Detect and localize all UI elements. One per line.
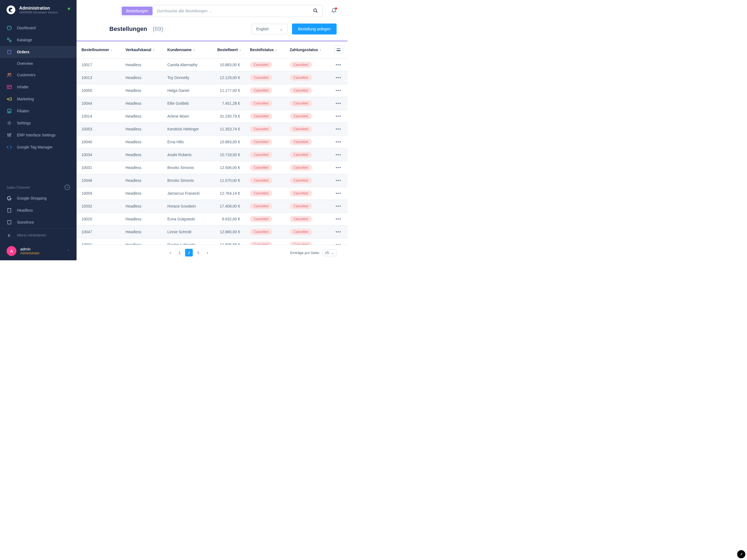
- status-badge: Cancelled: [250, 164, 272, 171]
- nav-item-overview[interactable]: Overview: [0, 58, 77, 69]
- cell-status: Cancelled: [245, 97, 285, 110]
- row-actions-button[interactable]: •••: [330, 58, 347, 71]
- sort-icon[interactable]: •••: [239, 48, 240, 52]
- table-row[interactable]: 10055HeadlessHelga Daniel11.177,00 €Canc…: [77, 84, 347, 97]
- table-row[interactable]: 10034HeadlessAnahi Roberts10.718,00 €Can…: [77, 149, 347, 161]
- cell: 10055: [77, 84, 121, 97]
- per-page-select[interactable]: 25 ⌄: [323, 249, 337, 256]
- cell-status: Cancelled: [285, 136, 330, 149]
- nav-item-filialen[interactable]: Filialen: [0, 105, 77, 117]
- row-actions-button[interactable]: •••: [330, 149, 347, 161]
- cell: Headless: [121, 110, 162, 123]
- gauge-icon: [6, 25, 12, 31]
- search-icon[interactable]: [309, 8, 323, 14]
- global-search[interactable]: Bestellungen: [120, 5, 323, 17]
- table-row[interactable]: 10046HeadlessBrooks Simonis11.070,00 €Ca…: [77, 174, 347, 187]
- nav-item-erp-interface-settings[interactable]: ERP Interface Settings: [0, 129, 77, 141]
- row-actions-button[interactable]: •••: [330, 187, 347, 200]
- sales-channel-storefront[interactable]: Storefront: [0, 216, 77, 228]
- add-sales-channel-button[interactable]: +: [65, 184, 70, 190]
- row-actions-button[interactable]: •••: [330, 226, 347, 238]
- table-row[interactable]: 10020HeadlessEuna Gulgowski6.632,00 €Can…: [77, 213, 347, 226]
- table-row[interactable]: 10059HeadlessJamarcus Franecki12.764,14 …: [77, 187, 347, 200]
- nav-item-kataloge[interactable]: Kataloge: [0, 34, 77, 46]
- cell-status: Cancelled: [285, 58, 330, 71]
- table-row[interactable]: 10044HeadlessEllie Gottlieb7.451,28 €Can…: [77, 97, 347, 110]
- page-2[interactable]: 2: [185, 249, 193, 256]
- app-title: Administration: [19, 6, 58, 11]
- nav-item-customers[interactable]: Customers: [0, 69, 77, 81]
- cell: 12.129,00 €: [209, 71, 245, 84]
- col-header-5[interactable]: Zahlungsstatus•••: [285, 41, 330, 58]
- table-row[interactable]: 10017HeadlessCamila Abernathy10.883,00 €…: [77, 58, 347, 71]
- svg-point-4: [10, 73, 11, 74]
- page-3[interactable]: 3: [195, 249, 202, 256]
- table-row[interactable]: 10047HeadlessLinnie Schmitt12.880,00 €Ca…: [77, 226, 347, 238]
- nav-item-inhalte[interactable]: Inhalte: [0, 81, 77, 93]
- svg-point-3: [8, 73, 9, 75]
- status-badge: Cancelled: [250, 190, 272, 196]
- nav-item-marketing[interactable]: Marketing: [0, 93, 77, 105]
- row-actions-button[interactable]: •••: [330, 97, 347, 110]
- table-row[interactable]: 10001HeadlessPayton Lubowitz11.895,88 €C…: [77, 238, 347, 245]
- status-badge: Cancelled: [250, 126, 272, 132]
- svg-rect-1: [7, 38, 9, 40]
- svg-line-16: [316, 11, 317, 12]
- page-next-button[interactable]: ›: [204, 249, 211, 256]
- row-actions-button[interactable]: •••: [330, 174, 347, 187]
- table-row[interactable]: 10053HeadlessKendrick Hettinger11.353,74…: [77, 123, 347, 136]
- search-input[interactable]: [154, 9, 309, 13]
- row-actions-button[interactable]: •••: [330, 200, 347, 213]
- page-1[interactable]: 1: [176, 249, 183, 256]
- col-header-4[interactable]: Bestellstatus•••: [245, 41, 285, 58]
- col-header-0[interactable]: Bestellnummer•••: [77, 41, 121, 58]
- nav-item-google-tag-manager[interactable]: Google Tag Manager: [0, 141, 77, 153]
- headless-icon: [6, 207, 12, 213]
- table-row[interactable]: 10040HeadlessErna Hills10.883,00 €Cancel…: [77, 136, 347, 149]
- sort-icon[interactable]: •••: [111, 48, 111, 52]
- sort-icon[interactable]: •••: [193, 48, 194, 52]
- col-header-3[interactable]: Bestellwert•••: [209, 41, 245, 58]
- status-badge: Cancelled: [290, 87, 312, 94]
- table-row[interactable]: 10013HeadlessToy Donnelly12.129,00 €Canc…: [77, 71, 347, 84]
- column-settings-button[interactable]: [334, 46, 343, 54]
- table-row[interactable]: 10032HeadlessHorace Goodwin17.408,00 €Ca…: [77, 200, 347, 213]
- cell-status: Cancelled: [245, 123, 285, 136]
- orders-table-wrap[interactable]: Bestellnummer•••Verkaufskanal•••Kundenna…: [77, 41, 347, 245]
- create-order-button[interactable]: Bestellung anlegen: [292, 24, 337, 34]
- nav-item-settings[interactable]: Settings: [0, 117, 77, 129]
- row-actions-button[interactable]: •••: [330, 84, 347, 97]
- col-header-1[interactable]: Verkaufskanal•••: [121, 41, 162, 58]
- row-actions-button[interactable]: •••: [330, 238, 347, 245]
- user-menu[interactable]: A admin Administrator ⌃: [0, 242, 77, 260]
- svg-point-15: [314, 9, 317, 12]
- row-actions-button[interactable]: •••: [330, 110, 347, 123]
- row-actions-button[interactable]: •••: [330, 71, 347, 84]
- sales-channel-headless[interactable]: Headless: [0, 204, 77, 216]
- row-actions-button[interactable]: •••: [330, 123, 347, 136]
- cell: Headless: [121, 71, 162, 84]
- status-badge: Cancelled: [290, 242, 312, 245]
- cell: 10046: [77, 174, 121, 187]
- sales-channel-google-shopping[interactable]: Google Shopping: [0, 192, 77, 204]
- notifications-button[interactable]: [331, 8, 337, 14]
- table-row[interactable]: 10031HeadlessBrooks Simonis12.506,00 €Ca…: [77, 161, 347, 174]
- row-actions-button[interactable]: •••: [330, 213, 347, 226]
- search-scope-tag[interactable]: Bestellungen: [122, 6, 153, 15]
- sort-icon[interactable]: •••: [153, 48, 154, 52]
- row-actions-button[interactable]: •••: [330, 136, 347, 149]
- sort-icon[interactable]: •••: [319, 48, 320, 52]
- status-badge: Cancelled: [250, 229, 272, 235]
- nav-item-orders[interactable]: Orders: [0, 46, 77, 58]
- page-prev-button[interactable]: ‹: [166, 249, 174, 256]
- language-select[interactable]: English ⌄: [252, 24, 288, 34]
- row-actions-button[interactable]: •••: [330, 161, 347, 174]
- minimize-menu-button[interactable]: ◐ Menü minimieren: [0, 229, 77, 242]
- page-title: Bestellungen: [109, 25, 147, 32]
- table-row[interactable]: 10014HeadlessArlene Moen31.230,79 €Cance…: [77, 110, 347, 123]
- cell-status: Cancelled: [245, 58, 285, 71]
- nav-item-dashboard[interactable]: Dashboard: [0, 22, 77, 34]
- col-header-2[interactable]: Kundenname•••: [162, 41, 209, 58]
- cell: Headless: [121, 161, 162, 174]
- sort-icon[interactable]: •••: [275, 48, 276, 52]
